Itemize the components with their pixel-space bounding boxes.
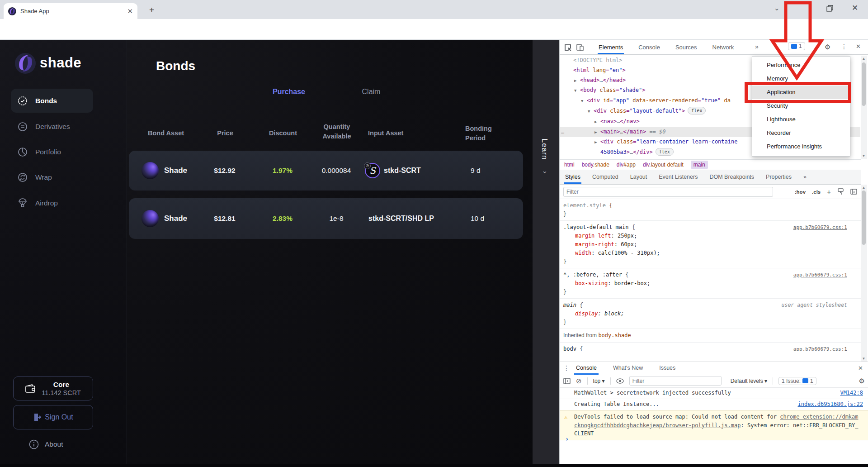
sidebar-item-wrap[interactable]: Wrap <box>11 165 93 189</box>
learn-panel-tab[interactable]: Learn › <box>533 40 559 467</box>
stylesheet-link[interactable]: app.b7b60679.css:1 <box>793 223 847 232</box>
console-log-row[interactable]: MathWallet-> secretnetwork injected succ… <box>560 388 868 399</box>
css-property[interactable]: box-sizing: border-box; <box>563 279 857 288</box>
window-restore-icon[interactable] <box>826 5 833 12</box>
devtools-kebab-icon[interactable]: ⋮ <box>841 43 847 50</box>
computed-sidebar-icon[interactable] <box>850 188 857 195</box>
devtools-tab-console[interactable]: Console <box>637 40 661 54</box>
issues-counter[interactable]: 1 <box>788 42 805 50</box>
table-cell: stkd-SCRT/SHD LP <box>365 198 469 239</box>
code-token: </nav> <box>620 118 639 124</box>
breadcrumb-item[interactable]: div#app <box>617 162 636 168</box>
styles-tab-computed[interactable]: Computed <box>591 170 619 184</box>
drawer-kebab-icon[interactable]: ⋮ <box>563 364 570 372</box>
devtools-tab-network[interactable]: Network <box>712 40 735 54</box>
devtools-tab-elements[interactable]: Elements <box>598 40 624 54</box>
inherited-from-node[interactable]: body.shade <box>598 332 631 338</box>
tab-claim[interactable]: Claim <box>353 88 389 96</box>
stylesheet-link[interactable]: app.b7b60679.css:1 <box>793 271 847 279</box>
drawer-tab-what-s-new[interactable]: What's New <box>611 362 645 374</box>
console-log-row[interactable]: Creating Table Instance...index.d6951680… <box>560 399 868 410</box>
css-property[interactable]: margin-right: 60px; <box>563 240 857 249</box>
expand-arrow-icon[interactable]: ▼ <box>581 96 587 106</box>
log-levels-dropdown[interactable]: Default levels ▾ <box>731 378 767 384</box>
settings-gear-icon[interactable]: ⚙ <box>825 43 830 51</box>
class-button[interactable]: .cls <box>812 189 821 195</box>
console-issues-counter[interactable]: 1 Issue:1 <box>778 377 816 385</box>
styles-tab-dom-breakpoints[interactable]: DOM Breakpoints <box>708 170 755 184</box>
menu-item-lighthouse[interactable]: Lighthouse <box>752 113 850 126</box>
sidebar-item-derivatives[interactable]: Derivatives <box>11 114 93 138</box>
drawer-close-icon[interactable]: ✕ <box>858 365 863 372</box>
console-sidebar-icon[interactable] <box>563 378 571 384</box>
expand-arrow-icon[interactable]: ▶ <box>594 117 600 127</box>
menu-item-application[interactable]: Application <box>752 86 850 99</box>
console-filter-input[interactable] <box>629 376 722 386</box>
styles-tab-properties[interactable]: Properties <box>765 170 793 184</box>
sidebar-item-bonds[interactable]: Bonds <box>11 89 93 113</box>
clock-badge-icon: ◷ <box>364 162 371 169</box>
expand-arrow-icon[interactable]: ▼ <box>574 86 580 96</box>
console-prompt-chevron[interactable]: › <box>565 435 569 443</box>
source-link[interactable]: VM142:8 <box>840 390 863 396</box>
styles-tab-styles[interactable]: Styles <box>564 170 581 184</box>
more-tabs-icon[interactable]: » <box>755 43 759 50</box>
info-icon <box>29 439 39 449</box>
bond-row[interactable]: Shade$12.812.83%1e-8stkd-SCRT/SHD LP10 d <box>129 198 523 239</box>
devtools-close-icon[interactable]: ✕ <box>856 43 861 50</box>
menu-item-security[interactable]: Security <box>752 99 850 113</box>
elements-scrollbar[interactable]: ▲ ▼ <box>861 56 867 159</box>
tab-search-chevron-icon[interactable]: ⌄ <box>774 5 780 11</box>
about-button[interactable]: About <box>29 439 63 449</box>
window-close-icon[interactable]: ✕ <box>852 4 858 12</box>
new-tab-button[interactable]: + <box>149 5 154 14</box>
stylesheet-link[interactable]: app.b7b60679.css:1 <box>793 345 847 351</box>
console-settings-gear-icon[interactable]: ⚙ <box>859 377 865 385</box>
console-warning-row[interactable]: ⚠DevTools failed to load source map: Cou… <box>560 410 868 440</box>
wallet-button[interactable]: Core 11.142 SCRT <box>13 376 93 400</box>
drawer-tab-console[interactable]: Console <box>574 362 599 374</box>
expand-arrow-icon[interactable]: ▶ <box>594 138 600 148</box>
menu-item-recorder[interactable]: Recorder <box>752 126 850 140</box>
flex-badge[interactable]: flex <box>688 107 706 114</box>
menu-item-performance-insights[interactable]: Performance insights <box>752 140 850 153</box>
flex-badge[interactable]: flex <box>656 148 674 156</box>
browser-tab[interactable]: Shade App ✕ <box>4 3 137 19</box>
drawer-tab-issues[interactable]: Issues <box>657 362 677 374</box>
sign-out-button[interactable]: Sign Out <box>13 405 93 429</box>
menu-item-performance[interactable]: Performance <box>752 58 850 72</box>
expand-arrow-icon[interactable]: ▶ <box>574 76 580 86</box>
inspect-element-icon[interactable] <box>564 43 572 52</box>
tab-purchase[interactable]: Purchase <box>266 88 311 96</box>
context-selector[interactable]: top ▾ <box>593 378 605 384</box>
breadcrumb-item[interactable]: html <box>564 162 575 168</box>
device-toolbar-icon[interactable] <box>576 43 584 52</box>
devtools-tab-sources[interactable]: Sources <box>675 40 698 54</box>
breadcrumb-item[interactable]: main <box>691 161 708 169</box>
breadcrumb-item[interactable]: body.shade <box>582 162 609 168</box>
styles-tab-layout[interactable]: Layout <box>629 170 648 184</box>
tab-close-icon[interactable]: ✕ <box>127 8 133 14</box>
breadcrumb-item[interactable]: div.layout-default <box>643 162 684 168</box>
menu-item-memory[interactable]: Memory <box>752 72 850 86</box>
styles-scrollbar[interactable]: ▲ ▼ <box>861 185 867 362</box>
hover-state-button[interactable]: :hov <box>795 189 806 195</box>
expand-arrow-icon[interactable]: ▶ <box>594 128 600 138</box>
bonds-badge-icon <box>17 95 28 106</box>
source-link[interactable]: index.d6951680.js:22 <box>798 401 863 407</box>
new-style-rule-button[interactable]: + <box>827 188 831 195</box>
browser-toolbar: ← → ⟳ app.shadeprotocol.io/bonds ☆ ⋮ <box>0 19 868 40</box>
css-property[interactable]: width: calc(100% - 310px); <box>563 249 857 257</box>
clear-console-icon[interactable]: ⊘ <box>576 377 582 385</box>
css-property[interactable]: display: block; <box>563 310 857 318</box>
paint-flash-icon[interactable] <box>837 188 844 195</box>
bond-row[interactable]: Shade$12.921.97%0.000084S◷stkd-SCRT9 d <box>129 151 523 191</box>
styles-more-tabs-icon[interactable]: » <box>802 170 807 184</box>
expand-arrow-icon[interactable]: ▼ <box>588 107 594 117</box>
styles-filter-input[interactable] <box>563 187 773 197</box>
sidebar-item-airdrop[interactable]: Airdrop <box>11 191 93 215</box>
live-expression-eye-icon[interactable] <box>616 378 624 384</box>
css-property[interactable]: margin-left: 250px; <box>563 232 857 240</box>
sidebar-item-portfolio[interactable]: Portfolio <box>11 140 93 164</box>
styles-tab-event-listeners[interactable]: Event Listeners <box>658 170 698 184</box>
